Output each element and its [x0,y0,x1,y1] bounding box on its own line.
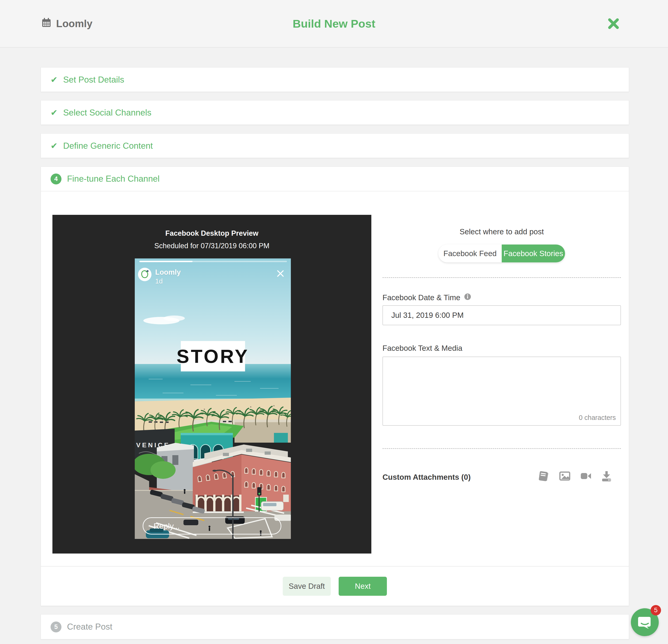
step-label: Define Generic Content [63,141,153,151]
calendar-icon [41,17,51,30]
facebook-story-preview: VENICE [135,258,291,539]
step-header-create-post[interactable]: 5 Create Post [41,615,629,639]
library-icon[interactable] [537,469,550,482]
divider [382,448,621,449]
preview-schedule: Scheduled for 07/31/2019 06:00 PM [52,242,371,250]
close-icon[interactable] [607,17,620,30]
step-card-create-post: 5 Create Post [41,614,629,639]
chat-unread-badge: 5 [651,605,661,615]
datetime-label-row: Facebook Date & Time [382,293,471,302]
datetime-label: Facebook Date & Time [382,293,460,302]
avatar [138,268,151,281]
save-draft-button[interactable]: Save Draft [283,577,331,596]
step-header-define-generic-content[interactable]: ✔ Define Generic Content [41,134,629,158]
step-card-fine-tune-each-channel: 4 Fine-tune Each Channel Facebook Deskto… [41,167,629,606]
story-account-name: Loomly [155,268,181,276]
modal-header: Loomly Build New Post [0,0,668,47]
toggle-facebook-feed[interactable]: Facebook Feed [438,244,502,263]
datetime-input[interactable] [382,305,621,325]
story-reply-field: Reply... [143,517,282,535]
post-destination-toggle: Facebook Feed Facebook Stories [438,244,565,263]
step-label: Create Post [67,622,112,632]
step-number-badge: 5 [50,621,61,632]
custom-attachments-label: Custom Attachments (0) [382,473,471,482]
next-button[interactable]: Next [339,577,387,596]
step-label: Select Social Channels [63,108,151,118]
story-overlay-card: STORY [181,341,245,371]
facebook-preview-panel: Facebook Desktop Preview Scheduled for 0… [52,215,371,554]
step-number-badge: 4 [50,174,61,184]
text-media-label-row: Facebook Text & Media [382,344,462,353]
divider [382,277,621,278]
step-header-set-post-details[interactable]: ✔ Set Post Details [41,68,629,92]
step4-footer: Save Draft Next [41,566,629,606]
step-card-select-social-channels: ✔ Select Social Channels [41,100,629,125]
text-media-field-wrap: 0 characters [382,357,621,426]
loomly-logo-icon [139,269,150,280]
brand: Loomly [41,17,92,30]
chat-launcher[interactable]: 5 [631,608,659,636]
step-label: Fine-tune Each Channel [67,174,160,184]
attachment-actions [537,469,613,482]
story-overlay-text: STORY [177,345,249,367]
check-icon: ✔ [50,142,58,150]
download-icon[interactable] [600,469,613,482]
select-where-heading: Select where to add post [382,227,621,236]
step-header-select-social-channels[interactable]: ✔ Select Social Channels [41,101,629,125]
brand-name: Loomly [56,18,92,29]
toggle-facebook-stories[interactable]: Facebook Stories [502,244,565,263]
story-photo: VENICE [135,258,291,539]
step-label: Set Post Details [63,75,124,85]
video-icon[interactable] [579,469,592,482]
check-icon: ✔ [50,76,58,84]
story-age: 1d [155,278,163,285]
text-media-label: Facebook Text & Media [382,344,462,353]
info-icon [464,293,471,302]
story-progress-fill [139,261,193,262]
preview-title: Facebook Desktop Preview [52,229,371,238]
white-van [261,501,284,510]
story-close-icon [276,269,285,278]
check-icon: ✔ [50,108,58,117]
image-icon[interactable] [558,469,571,482]
channel-settings-panel: Select where to add post Facebook Feed F… [382,215,621,566]
page-title: Build New Post [293,17,376,30]
step-header-fine-tune-each-channel[interactable]: 4 Fine-tune Each Channel [41,167,629,191]
step-card-set-post-details: ✔ Set Post Details [41,67,629,92]
character-count: 0 characters [579,414,616,421]
step-card-define-generic-content: ✔ Define Generic Content [41,133,629,158]
story-progress-bar [139,261,287,262]
